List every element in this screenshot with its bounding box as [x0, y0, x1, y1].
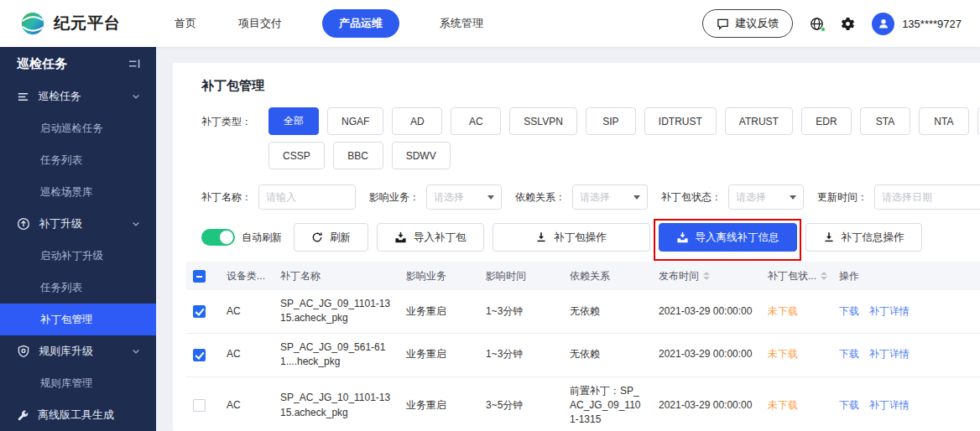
- patch-type-button[interactable]: CSSP: [268, 142, 325, 169]
- table-column-header: 操作: [832, 262, 980, 290]
- table-column-header[interactable]: 补丁包状...: [761, 262, 832, 290]
- sidebar-subitem[interactable]: 补丁包管理: [0, 304, 156, 335]
- caret-down-icon: [790, 195, 796, 200]
- patch-type-button[interactable]: EDR: [801, 107, 852, 135]
- sidebar-group[interactable]: 规则库升级: [0, 335, 156, 367]
- user-menu[interactable]: 135****9727: [872, 13, 962, 35]
- cell-patch-name: SP_AC_JG_10_1101-1315.acheck_pkg: [274, 376, 399, 431]
- cell-impact: 业务重启: [399, 376, 479, 431]
- sidebar-subitem[interactable]: 巡检场景库: [0, 176, 156, 208]
- chevron-down-icon: [131, 219, 141, 229]
- patch-type-button[interactable]: SIP: [586, 107, 636, 135]
- filter-select[interactable]: 请选择: [572, 184, 648, 210]
- cell-device-type: AC: [220, 333, 274, 376]
- toolbar-button[interactable]: 补丁信息操作: [805, 223, 922, 252]
- patch-type-button[interactable]: AC: [451, 107, 501, 135]
- cell-duration: 1~3分钟: [479, 290, 563, 333]
- upgrade-circle-icon: [17, 217, 30, 231]
- sidebar-group[interactable]: 补丁升级: [0, 208, 156, 240]
- select-all-checkbox[interactable]: [193, 270, 206, 283]
- sidebar: 巡检任务 巡检任务启动巡检任务任务列表巡检场景库补丁升级启动补丁升级任务列表补丁…: [0, 47, 156, 431]
- cell-patch-name: SP_AC_JG_09_1101-1315.acheck_pkg: [274, 290, 399, 333]
- main-area: 补丁包管理 补丁类型： 全部NGAFADACSSLVPNSIPIDTRUSTAT…: [156, 47, 980, 431]
- table-row: AC SP_AC_JG_09_561-611....heck_pkg 业务重启 …: [186, 333, 980, 376]
- table-column-header: 依赖关系: [563, 262, 652, 290]
- download-icon: [535, 231, 547, 243]
- patch-type-button[interactable]: SSLVPN: [509, 107, 576, 135]
- patch-type-button[interactable]: 全部: [268, 107, 319, 135]
- patch-type-button[interactable]: IDTRUST: [644, 107, 717, 135]
- filter-date-input[interactable]: 请选择日期: [874, 184, 980, 210]
- top-nav-item[interactable]: 首页: [173, 9, 198, 38]
- cell-actions: 下载补丁详情: [832, 290, 980, 333]
- sidebar-subitem[interactable]: 启动补丁升级: [0, 240, 156, 272]
- row-action-link[interactable]: 补丁详情: [869, 348, 910, 360]
- toolbar-button[interactable]: 导入离线补丁信息: [659, 223, 797, 252]
- auto-refresh-control: 自动刷新: [201, 229, 282, 246]
- sort-icon: [703, 272, 710, 280]
- caret-down-icon: [633, 195, 640, 200]
- row-checkbox[interactable]: [193, 305, 206, 318]
- patch-type-button[interactable]: ATRUST: [725, 107, 793, 135]
- top-nav-item[interactable]: 系统管理: [438, 9, 485, 38]
- table-column-header[interactable]: 发布时间: [652, 262, 761, 290]
- filter-item: 补丁名称：请输入: [201, 184, 356, 210]
- table-column-header: 影响时间: [479, 262, 563, 290]
- row-action-link[interactable]: 补丁详情: [869, 399, 910, 411]
- filter-select[interactable]: 请选择: [728, 184, 804, 210]
- patch-type-label: 补丁类型：: [201, 107, 268, 129]
- sidebar-subitem[interactable]: 启动巡检任务: [0, 112, 156, 144]
- patch-type-button[interactable]: AD: [392, 107, 442, 135]
- sidebar-subitem[interactable]: 规则库管理: [0, 367, 156, 399]
- sidebar-group[interactable]: 巡检任务: [0, 80, 156, 112]
- speech-bubble-icon: [717, 18, 729, 30]
- toolbar-button[interactable]: 导入补丁包: [377, 223, 484, 252]
- sort-icon: [821, 272, 827, 280]
- toolbar-buttons: 刷新导入补丁包补丁包操作导入离线补丁信息补丁信息操作: [294, 223, 922, 252]
- toolbar-button[interactable]: 刷新: [294, 223, 368, 252]
- patch-type-row-2: CSSPBBCSDWV: [268, 142, 980, 169]
- feedback-button[interactable]: 建议反馈: [702, 9, 793, 38]
- cell-patch-name: SP_AC_JG_09_561-611....heck_pkg: [274, 333, 399, 376]
- filter-item: 依赖关系：请选择: [515, 184, 648, 210]
- top-nav-item[interactable]: 产品运维: [322, 9, 399, 38]
- row-checkbox[interactable]: [193, 349, 206, 361]
- filter-item: 更新时间：请选择日期: [817, 184, 980, 210]
- settings-gear-icon[interactable]: [841, 17, 855, 31]
- patch-type-button[interactable]: NTA: [919, 107, 969, 135]
- patch-type-button[interactable]: NGAF: [327, 107, 383, 135]
- language-globe-icon[interactable]: [810, 17, 824, 31]
- filter-text-input[interactable]: 请输入: [258, 184, 356, 210]
- sidebar-group[interactable]: 离线版工具生成: [0, 399, 156, 431]
- cell-published: 2021-03-29 00:00:00: [652, 333, 761, 376]
- auto-refresh-toggle[interactable]: [201, 229, 235, 246]
- row-action-link[interactable]: 补丁详情: [869, 305, 910, 317]
- top-right-cluster: 建议反馈 135****9727: [702, 9, 962, 38]
- patch-type-button[interactable]: STA: [860, 107, 910, 135]
- table-column-header: 补丁名称: [274, 262, 399, 290]
- table-column-header: 影响业务: [399, 262, 479, 290]
- user-avatar: [872, 13, 894, 35]
- top-header: 纪元平台 首页项目交付产品运维系统管理 建议反馈 135*: [0, 0, 980, 47]
- cell-device-type: AC: [220, 376, 274, 431]
- brand: 纪元平台: [20, 11, 121, 36]
- page-title: 补丁包管理: [201, 78, 980, 94]
- row-action-link[interactable]: 下载: [839, 305, 859, 317]
- filter-select[interactable]: 请选择: [426, 184, 502, 210]
- sidebar-subitem[interactable]: 任务列表: [0, 272, 156, 304]
- table-row: AC SP_AC_JG_09_1101-1315.acheck_pkg 业务重启…: [186, 290, 980, 333]
- sidebar-collapse-icon[interactable]: [128, 57, 141, 70]
- sidebar-subitem[interactable]: 任务列表: [0, 144, 156, 176]
- patch-type-filter: 补丁类型： 全部NGAFADACSSLVPNSIPIDTRUSTATRUSTED…: [201, 107, 980, 169]
- cell-device-type: AC: [220, 290, 274, 333]
- top-nav-item[interactable]: 项目交付: [237, 9, 284, 38]
- toolbar-button[interactable]: 补丁包操作: [493, 223, 650, 252]
- row-action-link[interactable]: 下载: [839, 348, 859, 360]
- cell-duration: 1~3分钟: [479, 333, 563, 376]
- row-checkbox[interactable]: [193, 399, 206, 412]
- patch-type-button[interactable]: BBC: [333, 142, 383, 169]
- row-action-link[interactable]: 下载: [839, 399, 859, 411]
- cell-dependency: 无依赖: [563, 333, 652, 376]
- patch-type-button[interactable]: SDWV: [392, 142, 451, 169]
- sidebar-menu: 巡检任务启动巡检任务任务列表巡检场景库补丁升级启动补丁升级任务列表补丁包管理规则…: [0, 80, 156, 431]
